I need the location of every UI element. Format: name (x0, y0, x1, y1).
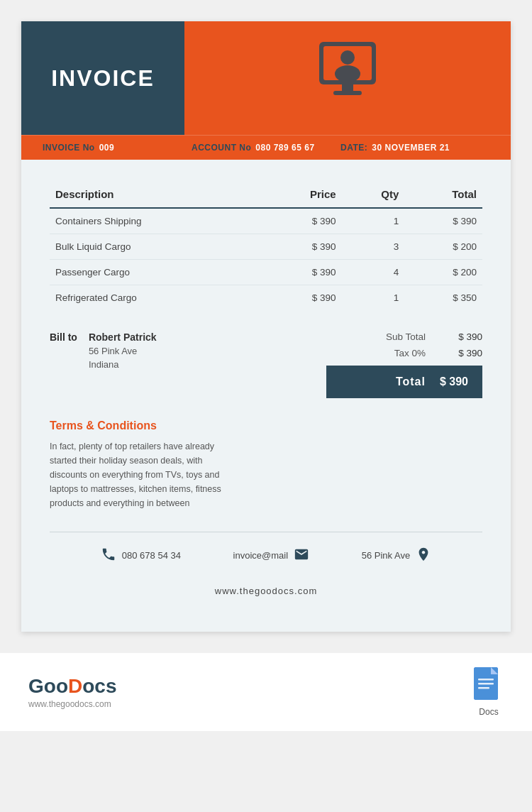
footer-email-item: invoice@mail (233, 547, 310, 564)
table-row: Bulk Liquid Cargo $ 390 3 $ 200 (50, 234, 482, 260)
terms-section: Terms & Conditions In fact, plenty of to… (50, 419, 482, 510)
terms-text: In fact, plenty of top retailers have al… (50, 439, 241, 510)
invoice-table: Description Price Qty Total Containers S… (50, 181, 482, 310)
footer-email: invoice@mail (233, 550, 289, 561)
bill-to-label: Bill to (50, 331, 77, 343)
invoice-document: INVOICE (21, 21, 511, 632)
company-logo-icon (312, 38, 383, 119)
account-number-label: ACCOUNT No (192, 143, 251, 153)
col-description: Description (50, 181, 261, 208)
cell-total: $ 200 (404, 234, 482, 260)
cell-qty: 3 (342, 234, 405, 260)
cell-description: Refrigerated Cargo (50, 285, 261, 311)
cell-description: Passenger Cargo (50, 260, 261, 285)
svg-rect-9 (478, 679, 494, 681)
footer-website: www.thegoodocs.com (50, 578, 482, 610)
brand-ocs: ocs (82, 675, 116, 697)
tax-label: Tax 0% (369, 348, 426, 358)
subtotal-label: Sub Total (369, 331, 426, 342)
bill-to-section: Bill to Robert Patrick 56 Pink Ave India… (50, 331, 326, 370)
svg-point-2 (340, 50, 355, 65)
bottom-branding: GooDocs www.thegoodocs.com Docs (0, 653, 532, 731)
invoice-number-value: 009 (99, 143, 115, 153)
total-final-box: Total $ 390 (326, 366, 482, 398)
terms-title: Terms & Conditions (50, 419, 482, 432)
invoice-footer: 080 678 54 34 invoice@mail 56 Pink Ave (50, 532, 482, 578)
docs-file-icon (474, 667, 504, 704)
invoice-info-bar: INVOICE No 009 ACCOUNT No 080 789 65 67 … (21, 135, 511, 160)
brand-d: D (68, 675, 82, 697)
svg-rect-4 (342, 84, 353, 92)
invoice-body: Description Price Qty Total Containers S… (21, 160, 511, 632)
cell-total: $ 390 (404, 208, 482, 234)
cell-price: $ 390 (261, 260, 342, 285)
invoice-number-item: INVOICE No 009 (43, 143, 192, 153)
page-wrapper: INVOICE (0, 21, 532, 731)
bill-to-address: 56 Pink Ave (89, 346, 157, 356)
cell-qty: 1 (342, 208, 405, 234)
cell-total: $ 200 (404, 260, 482, 285)
bill-to-details: Robert Patrick 56 Pink Ave Indiana (89, 331, 157, 370)
bill-to-name: Robert Patrick (89, 331, 157, 343)
total-final-value: $ 390 (440, 375, 468, 388)
table-row: Passenger Cargo $ 390 4 $ 200 (50, 260, 482, 285)
table-header-row: Description Price Qty Total (50, 181, 482, 208)
location-icon (416, 547, 431, 564)
invoice-number-label: INVOICE No (43, 143, 95, 153)
bill-to-city: Indiana (89, 359, 157, 370)
footer-phone-item: 080 678 54 34 (101, 547, 181, 564)
col-qty: Qty (342, 181, 405, 208)
email-icon (294, 547, 309, 564)
account-number-item: ACCOUNT No 080 789 65 67 (192, 143, 340, 153)
cell-qty: 4 (342, 260, 405, 285)
invoice-header: INVOICE (21, 21, 511, 135)
svg-rect-11 (478, 687, 489, 689)
subtotal-row: Sub Total $ 390 (326, 331, 482, 342)
brand-goo: Goo (28, 675, 68, 697)
totals-section: Sub Total $ 390 Tax 0% $ 390 Total $ 390 (326, 331, 482, 398)
tax-value: $ 390 (440, 348, 482, 358)
tax-row: Tax 0% $ 390 (326, 348, 482, 358)
table-row: Containers Shipping $ 390 1 $ 390 (50, 208, 482, 234)
cell-price: $ 390 (261, 234, 342, 260)
brand-name: GooDocs (28, 675, 116, 698)
date-value: 30 NOVEMBER 21 (372, 143, 450, 153)
table-row: Refrigerated Cargo $ 390 1 $ 350 (50, 285, 482, 311)
invoice-title-box: INVOICE (21, 21, 184, 135)
docs-icon-wrap: Docs (474, 667, 504, 717)
bill-totals-row: Bill to Robert Patrick 56 Pink Ave India… (50, 331, 482, 398)
cell-price: $ 390 (261, 208, 342, 234)
footer-address: 56 Pink Ave (362, 550, 410, 561)
col-total: Total (404, 181, 482, 208)
svg-rect-5 (333, 91, 362, 95)
date-item: DATE: 30 NOVEMBER 21 (340, 143, 489, 153)
svg-rect-10 (478, 683, 494, 685)
invoice-title: INVOICE (51, 65, 155, 92)
total-final-label: Total (396, 375, 426, 388)
account-number-value: 080 789 65 67 (255, 143, 314, 153)
docs-label: Docs (479, 707, 498, 717)
cell-description: Bulk Liquid Cargo (50, 234, 261, 260)
cell-price: $ 390 (261, 285, 342, 311)
footer-address-item: 56 Pink Ave (362, 547, 431, 564)
header-logo-area (184, 21, 511, 135)
cell-total: $ 350 (404, 285, 482, 311)
cell-qty: 1 (342, 285, 405, 311)
date-label: DATE: (340, 143, 367, 153)
brand-logo: GooDocs www.thegoodocs.com (28, 675, 116, 709)
footer-phone: 080 678 54 34 (122, 550, 181, 561)
subtotal-value: $ 390 (440, 331, 482, 342)
svg-point-3 (335, 65, 360, 82)
cell-description: Containers Shipping (50, 208, 261, 234)
brand-url: www.thegoodocs.com (28, 699, 116, 709)
col-price: Price (261, 181, 342, 208)
phone-icon (101, 547, 116, 564)
